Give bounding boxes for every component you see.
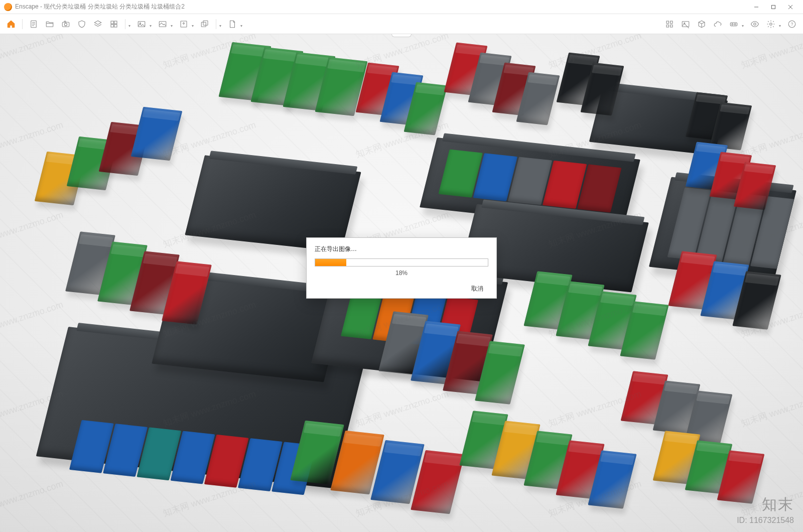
svg-point-30 — [734, 23, 736, 25]
svg-rect-1 — [772, 5, 775, 9]
cancel-button[interactable]: 取消 — [466, 283, 488, 294]
dropdown-caret-icon[interactable]: ▾ — [219, 24, 221, 31]
dropdown-caret-icon[interactable]: ▾ — [742, 24, 744, 31]
titlebar: Enscape - 现代分类垃圾桶 分类垃圾站 分类垃圾桶 垃圾桶组合2 — [0, 0, 803, 14]
settings-icon[interactable] — [764, 17, 778, 31]
export-progress-dialog: 正在导出图像… 18% 取消 — [306, 237, 497, 299]
maximize-button[interactable] — [765, 0, 782, 14]
dropdown-caret-icon[interactable]: ▾ — [150, 24, 152, 31]
svg-rect-23 — [671, 21, 673, 24]
export-icon[interactable] — [177, 17, 191, 31]
toolbar: ▾▾▾▾▾▾ ▾▾? — [0, 14, 803, 34]
progress-bar — [315, 258, 488, 267]
progress-percent-label: 18% — [315, 270, 488, 277]
image2-icon[interactable] — [156, 17, 170, 31]
layers-icon[interactable] — [91, 17, 105, 31]
svg-rect-26 — [682, 21, 689, 27]
svg-point-17 — [140, 23, 141, 24]
dropdown-caret-icon[interactable]: ▾ — [171, 24, 173, 31]
views-icon[interactable] — [107, 17, 121, 31]
eye-icon[interactable] — [748, 17, 762, 31]
svg-rect-24 — [666, 25, 669, 27]
dropdown-caret-icon[interactable]: ▾ — [192, 24, 194, 31]
svg-point-32 — [770, 23, 772, 25]
svg-point-10 — [64, 23, 67, 26]
toolbar-separator — [125, 19, 125, 29]
page-icon[interactable] — [27, 17, 41, 31]
svg-rect-20 — [201, 22, 206, 27]
svg-rect-21 — [203, 21, 208, 25]
svg-rect-9 — [62, 22, 69, 27]
svg-rect-12 — [111, 21, 113, 24]
help-icon[interactable]: ? — [785, 17, 799, 31]
home-icon[interactable] — [4, 17, 18, 31]
svg-rect-25 — [671, 25, 673, 27]
close-button[interactable] — [782, 0, 799, 14]
batch-icon[interactable] — [198, 17, 212, 31]
picture-icon[interactable] — [679, 17, 693, 31]
svg-rect-28 — [730, 23, 737, 26]
camera-icon[interactable] — [59, 17, 73, 31]
svg-rect-22 — [666, 21, 669, 24]
svg-rect-15 — [114, 24, 117, 27]
cube-icon[interactable] — [695, 17, 709, 31]
svg-point-29 — [732, 23, 733, 25]
doc-icon[interactable] — [225, 17, 239, 31]
grid-icon[interactable] — [662, 17, 677, 31]
trash-bin — [131, 107, 183, 161]
enscape-logo-icon — [4, 3, 12, 11]
dialog-title: 正在导出图像… — [315, 245, 488, 253]
svg-point-31 — [754, 23, 756, 25]
toolbar-right: ▾▾? — [662, 17, 799, 31]
minimize-button[interactable] — [748, 0, 765, 14]
cloud-icon[interactable] — [711, 17, 725, 31]
image-icon[interactable] — [135, 17, 149, 31]
dropdown-caret-icon[interactable]: ▾ — [779, 24, 781, 31]
svg-text:?: ? — [791, 22, 793, 27]
window-title: Enscape - 现代分类垃圾桶 分类垃圾站 分类垃圾桶 垃圾桶组合2 — [15, 3, 185, 11]
vr-icon[interactable] — [727, 17, 741, 31]
toolbar-separator — [216, 19, 216, 29]
progress-fill — [315, 259, 346, 266]
dropdown-caret-icon[interactable]: ▾ — [240, 24, 242, 31]
render-viewport[interactable]: 知末网 www.znzmo.com知末网 www.znzmo.com知末网 ww… — [0, 34, 803, 532]
dropdown-caret-icon[interactable]: ▾ — [128, 24, 130, 31]
svg-rect-11 — [64, 21, 66, 22]
toolbar-separator — [22, 19, 23, 29]
svg-rect-14 — [111, 24, 113, 27]
shield-icon[interactable] — [75, 17, 89, 31]
toolbar-left: ▾▾▾▾▾▾ — [4, 17, 244, 31]
svg-rect-13 — [114, 21, 117, 24]
folder-icon[interactable] — [43, 17, 57, 31]
